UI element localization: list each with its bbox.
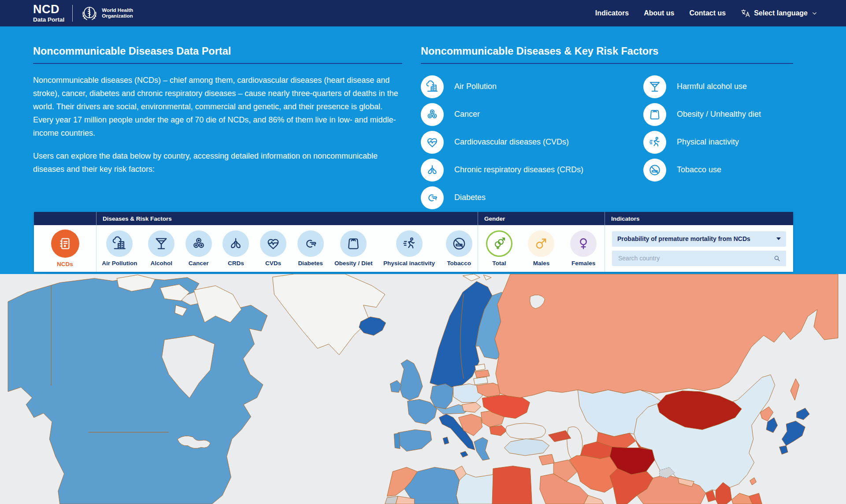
filter-bar-body: NCDs Air Pollution Alcohol Cancer CRDs xyxy=(34,225,793,272)
gender-total-button[interactable]: Total xyxy=(486,230,512,267)
who-logo: World Health Organization xyxy=(81,4,133,22)
dropdown-caret-icon xyxy=(776,237,781,240)
map-region-libya[interactable] xyxy=(456,474,493,504)
ncd-logo-subtitle: Data Portal xyxy=(33,17,64,23)
ncd-logo-title: NCD xyxy=(33,4,64,15)
language-selector[interactable]: Select language xyxy=(741,8,818,18)
hero-intro: Noncommunicable Diseases Data Portal Non… xyxy=(33,45,402,176)
risk-factors-panel: Noncommunicable Diseases & Key Risk Fact… xyxy=(421,45,793,211)
cancer-icon xyxy=(186,230,212,257)
air-pollution-icon xyxy=(421,75,444,98)
header-diseases-label: Diseases & Risk Factors xyxy=(96,212,478,225)
brand-divider xyxy=(72,5,73,22)
language-label: Select language xyxy=(754,9,808,17)
lungs-icon xyxy=(421,159,444,182)
indicators-section: Probability of premature mortality from … xyxy=(605,225,793,272)
risk-item-inactivity[interactable]: Physical inactivity xyxy=(643,128,793,156)
intro-paragraph-1: Noncommunicable diseases (NCDs) – chief … xyxy=(33,74,402,140)
filter-obesity-diet[interactable]: Obesity / Diet xyxy=(334,230,372,267)
translate-icon xyxy=(741,8,750,18)
filter-air-pollution[interactable]: Air Pollution xyxy=(102,230,137,267)
indicator-dropdown[interactable]: Probability of premature mortality from … xyxy=(612,231,786,247)
no-smoking-icon xyxy=(643,159,666,182)
air-pollution-icon xyxy=(106,230,133,257)
risk-item-air-pollution[interactable]: Air Pollution xyxy=(421,73,643,100)
map-black-sea xyxy=(506,423,545,439)
diabetes-icon xyxy=(421,186,444,209)
filter-bar: Diseases & Risk Factors Gender Indicator… xyxy=(34,212,793,272)
country-search xyxy=(612,251,786,266)
ncds-section: NCDs xyxy=(34,225,96,272)
nav-contact-us[interactable]: Contact us xyxy=(690,9,726,17)
nav-links: Indicators About us Contact us Select la… xyxy=(595,8,818,18)
filter-cvds[interactable]: CVDs xyxy=(260,230,286,267)
filter-diabetes[interactable]: Diabetes xyxy=(297,230,324,267)
scale-icon xyxy=(643,103,666,126)
nav-about-us[interactable]: About us xyxy=(644,9,674,17)
heart-icon xyxy=(421,131,444,154)
risk-item-obesity[interactable]: Obesity / Unhealthy diet xyxy=(643,100,793,128)
gender-section: Total Males Females xyxy=(478,225,605,272)
map-region-portugal[interactable] xyxy=(394,433,400,448)
risk-factors-title: Noncommunicable Diseases & Key Risk Fact… xyxy=(421,45,793,64)
male-icon xyxy=(528,230,554,257)
filter-physical-inactivity[interactable]: Physical inactivity xyxy=(383,230,435,267)
risk-item-tobacco[interactable]: Tobacco use xyxy=(643,156,793,184)
scale-icon xyxy=(340,230,367,257)
ncd-notebook-icon xyxy=(51,230,79,258)
header-gender-label: Gender xyxy=(478,212,605,225)
risk-item-alcohol[interactable]: Harmful alcohol use xyxy=(643,73,793,100)
runner-icon xyxy=(643,131,666,154)
gender-total-icon xyxy=(486,230,512,257)
female-icon xyxy=(570,230,597,257)
risk-item-cancer[interactable]: Cancer xyxy=(421,100,643,128)
brand[interactable]: NCD Data Portal World Health Organizatio… xyxy=(33,4,133,23)
gender-males-button[interactable]: Males xyxy=(528,230,554,267)
world-map[interactable] xyxy=(0,274,846,504)
ncds-button[interactable]: NCDs xyxy=(51,230,79,267)
alcohol-icon xyxy=(148,230,174,257)
choropleth-map[interactable] xyxy=(0,274,846,504)
chevron-down-icon xyxy=(811,10,818,17)
filter-crds[interactable]: CRDs xyxy=(223,230,249,267)
filter-alcohol[interactable]: Alcohol xyxy=(148,230,174,267)
search-country-input[interactable] xyxy=(617,254,773,262)
filter-bar-header: Diseases & Risk Factors Gender Indicator… xyxy=(34,212,793,225)
heart-icon xyxy=(260,230,286,257)
no-smoking-icon xyxy=(446,230,472,257)
lungs-icon xyxy=(223,230,249,257)
search-icon[interactable] xyxy=(773,255,781,262)
ncd-logo: NCD Data Portal xyxy=(33,4,64,23)
map-region-egypt[interactable] xyxy=(492,466,532,504)
risk-item-crds[interactable]: Chronic respiratory diseases (CRDs) xyxy=(421,156,643,184)
page-title: Noncommunicable Diseases Data Portal xyxy=(33,45,402,64)
gender-females-button[interactable]: Females xyxy=(570,230,597,267)
indicator-dropdown-value: Probability of premature mortality from … xyxy=(617,235,750,242)
diabetes-icon xyxy=(297,230,324,257)
cancer-icon xyxy=(421,103,444,126)
runner-icon xyxy=(396,230,423,257)
diseases-section: Air Pollution Alcohol Cancer CRDs CVDs D… xyxy=(96,225,478,272)
filter-tobacco[interactable]: Tobacco xyxy=(446,230,472,267)
risk-factors-column-2: Harmful alcohol use Obesity / Unhealthy … xyxy=(643,73,793,211)
header-indicators-label: Indicators xyxy=(605,212,793,225)
nav-indicators[interactable]: Indicators xyxy=(595,9,629,17)
risk-item-cvds[interactable]: Cardiovascular diseases (CVDs) xyxy=(421,128,643,156)
who-logo-text: World Health Organization xyxy=(102,7,133,19)
top-navbar: NCD Data Portal World Health Organizatio… xyxy=(0,0,846,26)
risk-item-diabetes[interactable]: Diabetes xyxy=(421,184,643,211)
risk-factors-column-1: Air Pollution Cancer Cardiovascular dise… xyxy=(421,73,643,211)
intro-paragraph-2: Users can explore the data below by coun… xyxy=(33,149,402,176)
header-ncds-segment xyxy=(34,212,96,225)
alcohol-icon xyxy=(643,75,666,98)
filter-cancer[interactable]: Cancer xyxy=(186,230,212,267)
who-emblem-icon xyxy=(81,4,98,22)
